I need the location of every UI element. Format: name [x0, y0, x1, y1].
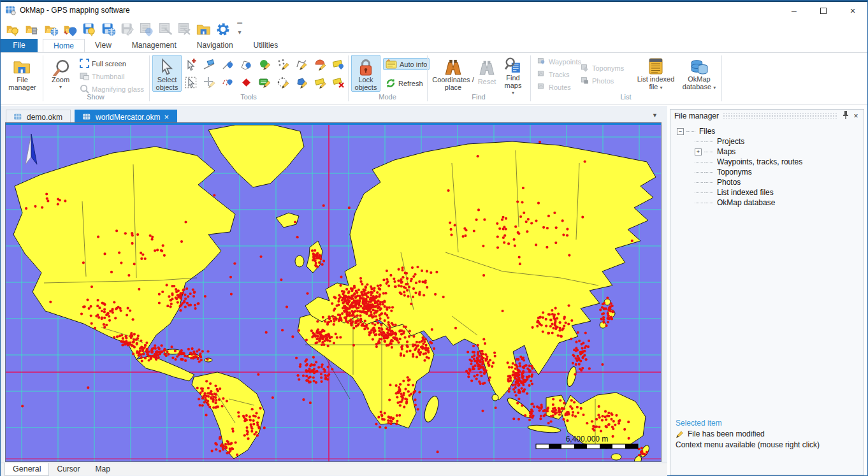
tree-item-list-indexed-files[interactable]: List indexed files	[695, 187, 864, 198]
waypoints-list-icon	[537, 57, 546, 66]
svg-text:6,400,000 m: 6,400,000 m	[566, 435, 609, 444]
window-title: OkMap - GPS mapping software	[20, 6, 130, 15]
toolbar-overflow-icon[interactable]: ▔▾	[234, 24, 245, 35]
maximize-button[interactable]	[809, 2, 838, 20]
settings-gear-icon[interactable]	[215, 21, 231, 38]
routes-button: Routes	[535, 81, 574, 93]
edit-object-tool[interactable]	[312, 75, 329, 91]
status-tab-general[interactable]: General	[4, 463, 49, 476]
auto-info-button[interactable]: Auto info	[383, 58, 430, 70]
pencil-icon	[676, 430, 684, 438]
draw-sector-tool[interactable]	[312, 57, 329, 73]
folder-icon[interactable]	[196, 21, 212, 38]
tree-item-photos[interactable]: Photos	[695, 177, 864, 187]
measure-waypoint-tool[interactable]	[219, 57, 236, 73]
open-data-file-icon[interactable]	[62, 21, 78, 38]
panel-grip[interactable]	[723, 113, 837, 119]
tab-home[interactable]: Home	[43, 39, 85, 52]
photos-button: Photos	[578, 75, 616, 87]
indexed-list-icon	[647, 57, 664, 75]
select-objects-button[interactable]: Select objects	[152, 55, 182, 92]
draw-circle-tool[interactable]	[256, 57, 273, 73]
map-canvas[interactable]: 6,400,000 m	[6, 123, 661, 461]
tab-view[interactable]: View	[85, 39, 122, 52]
routes-list-icon	[537, 83, 546, 91]
panel-footer: Selected item File has been modified Con…	[676, 418, 860, 451]
tree-item-toponyms[interactable]: Toponyms	[695, 167, 864, 177]
reset-button: Reset	[476, 55, 498, 92]
toponyms-button: Toponyms	[578, 62, 626, 74]
measure-polygon-tool[interactable]	[238, 57, 255, 73]
magnifier-icon	[52, 58, 69, 76]
draw-freehand-tool[interactable]	[219, 75, 236, 91]
list-indexed-file-button[interactable]: List indexed file ▾	[635, 55, 677, 92]
full-screen-button[interactable]: Full screen	[77, 57, 129, 69]
add-select-cursor-button[interactable]	[183, 57, 200, 73]
draw-points-tool[interactable]	[275, 57, 292, 73]
okmap-database-button[interactable]: OkMap database ▾	[680, 55, 718, 92]
save-data-icon[interactable]	[81, 21, 98, 38]
tree-item-okmap-database[interactable]: OkMap database	[695, 198, 864, 208]
status-tab-map[interactable]: Map	[88, 463, 118, 476]
collapse-icon[interactable]: −	[677, 128, 684, 135]
doc-tab-demo[interactable]: demo.okm	[6, 110, 71, 124]
close-tab-icon[interactable]: ×	[164, 112, 169, 122]
center-crosshair-tool[interactable]	[201, 75, 218, 91]
refresh-button[interactable]: Refresh	[383, 77, 426, 89]
map-file-icon	[83, 113, 92, 121]
file-manager-tree: − Files Projects + Maps Waypoints, track…	[670, 122, 864, 208]
refresh-icon	[386, 78, 396, 88]
toponyms-list-icon	[581, 64, 590, 72]
save-as-icon	[138, 21, 155, 38]
title-bar: OkMap - GPS mapping software – ×	[1, 1, 867, 18]
draw-diamond-tool[interactable]	[238, 75, 255, 91]
chevron-down-icon: ▾	[713, 85, 716, 90]
close-button[interactable]: ×	[838, 2, 867, 20]
cursor-icon	[159, 58, 175, 76]
draw-polygon-tool[interactable]	[293, 75, 310, 91]
open-web-map-icon[interactable]	[43, 21, 59, 38]
selected-item-label: Selected item	[676, 418, 860, 429]
tab-utilities[interactable]: Utilities	[243, 39, 289, 52]
tracks-button: Tracks	[535, 68, 572, 80]
folder-icon	[13, 59, 32, 75]
zoom-button[interactable]: Zoom ▾	[47, 55, 75, 92]
tab-list-chevron-icon[interactable]: ▼	[652, 112, 658, 119]
quick-access-toolbar: ▔▾	[4, 20, 245, 39]
tab-navigation[interactable]: Navigation	[187, 39, 243, 52]
status-tab-cursor[interactable]: Cursor	[49, 463, 87, 476]
coordinates-place-button[interactable]: Coordinates / place	[431, 55, 475, 92]
save-web-map-icon[interactable]	[100, 21, 117, 38]
draw-area-tool[interactable]	[256, 75, 273, 91]
tree-item-files[interactable]: − Files	[677, 126, 864, 136]
save-copy-icon	[157, 21, 174, 38]
photos-list-icon	[581, 76, 590, 85]
open-project-icon[interactable]	[4, 21, 21, 38]
pin-icon[interactable]	[841, 111, 851, 121]
tab-file[interactable]: File	[1, 39, 38, 52]
waypoints-button: Waypoints	[535, 55, 584, 68]
map-file-icon	[14, 113, 23, 121]
modified-status: File has been modified	[688, 429, 765, 440]
file-manager-panel: File manager × − Files Projects + Maps	[670, 109, 864, 475]
lock-objects-button[interactable]: Lock objects	[351, 55, 380, 92]
find-maps-button[interactable]: Find maps ▾	[499, 55, 527, 92]
expand-icon[interactable]: +	[695, 148, 702, 155]
chevron-down-icon: ▾	[660, 85, 663, 90]
draw-circle-points-tool[interactable]	[275, 75, 292, 91]
file-manager-button[interactable]: File manager	[4, 55, 40, 92]
tree-item-projects[interactable]: Projects	[695, 136, 864, 147]
open-file-manager-icon[interactable]	[24, 21, 40, 38]
tab-management[interactable]: Management	[122, 39, 187, 52]
measure-ruler-tool[interactable]	[201, 57, 218, 73]
close-panel-icon[interactable]: ×	[851, 112, 861, 120]
draw-rectangle-tool[interactable]	[330, 57, 347, 73]
delete-object-tool[interactable]	[330, 75, 347, 91]
tree-item-maps[interactable]: + Maps	[695, 147, 864, 157]
doc-tab-worldmercator[interactable]: worldMercator.okm ×	[75, 110, 177, 124]
tree-item-waypoints-tracks-routes[interactable]: Waypoints, tracks, routes	[695, 157, 864, 167]
draw-polyline-tool[interactable]	[293, 57, 310, 73]
minimize-button[interactable]: –	[779, 2, 809, 20]
rect-select-cursor-button[interactable]	[183, 75, 200, 91]
status-tab-bar: General Cursor Map	[1, 463, 667, 475]
